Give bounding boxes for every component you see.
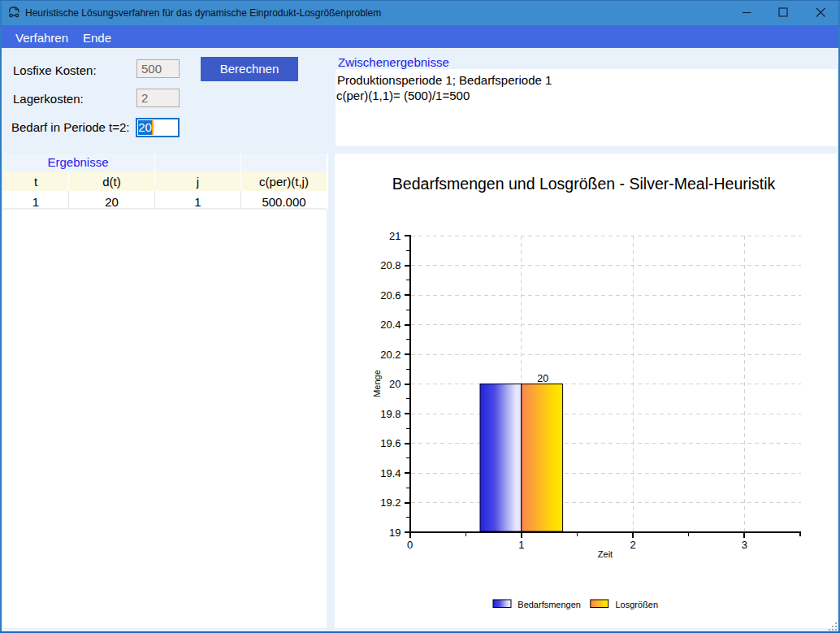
svg-text:20.2: 20.2 [380, 349, 401, 361]
svg-text:Bedarfsmengen: Bedarfsmengen [517, 600, 581, 609]
svg-text:19.8: 19.8 [380, 408, 401, 420]
svg-text:20: 20 [537, 373, 548, 384]
svg-text:21: 21 [389, 230, 401, 242]
svg-text:0: 0 [407, 539, 413, 551]
svg-text:2: 2 [630, 539, 635, 551]
svg-text:19.2: 19.2 [380, 496, 401, 509]
svg-text:3: 3 [742, 539, 747, 551]
svg-text:19.6: 19.6 [380, 437, 401, 449]
svg-text:20: 20 [389, 378, 401, 390]
svg-text:20.6: 20.6 [380, 289, 401, 301]
svg-text:1: 1 [518, 539, 524, 551]
svg-text:19.4: 19.4 [380, 467, 401, 479]
svg-text:Zeit: Zeit [598, 549, 613, 559]
svg-text:20.4: 20.4 [380, 319, 401, 331]
svg-text:20.8: 20.8 [380, 259, 401, 271]
svg-text:19: 19 [389, 527, 401, 539]
svg-text:Bedarfsmengen und Losgrößen -: Bedarfsmengen und Losgrößen - Silver-Mea… [392, 175, 776, 193]
svg-text:Menge: Menge [372, 370, 382, 397]
svg-text:Losgrößen: Losgrößen [616, 600, 659, 609]
